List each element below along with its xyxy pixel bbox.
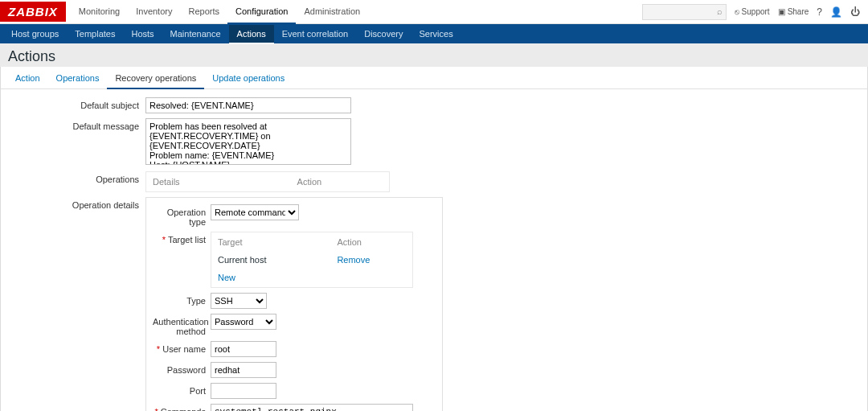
auth-method-select[interactable]: Password	[211, 314, 276, 330]
ops-col-action: Action	[293, 174, 387, 190]
tabs: Action Operations Recovery operations Up…	[1, 67, 867, 89]
type-select[interactable]: SSH	[211, 293, 267, 309]
port-label: Port	[153, 383, 211, 396]
operation-type-label: Operation type	[153, 204, 211, 227]
tab-update-operations[interactable]: Update operations	[204, 67, 293, 88]
support-link[interactable]: ⎋Support	[735, 7, 770, 16]
target-col-target: Target	[213, 234, 330, 250]
operations-label: Operations	[9, 171, 145, 184]
target-list-label: Target list	[153, 232, 211, 245]
brand-logo[interactable]: ZABBIX	[0, 2, 66, 22]
target-col-action: Action	[332, 234, 411, 250]
password-input[interactable]	[211, 362, 276, 378]
default-message-label: Default message	[9, 118, 145, 131]
support-icon: ⎋	[735, 7, 739, 16]
tab-recovery-operations[interactable]: Recovery operations	[107, 67, 204, 89]
tab-operations[interactable]: Operations	[48, 67, 108, 88]
default-message-textarea[interactable]	[145, 118, 351, 165]
topnav-inventory[interactable]: Inventory	[128, 0, 180, 24]
sub-nav: Host groups Templates Hosts Maintenance …	[0, 24, 868, 43]
topnav-reports[interactable]: Reports	[180, 0, 227, 24]
subnav-discovery[interactable]: Discovery	[356, 25, 411, 43]
help-icon[interactable]: ?	[817, 6, 822, 18]
topnav-monitoring[interactable]: Monitoring	[71, 0, 128, 24]
search-icon: ⌕	[717, 6, 723, 16]
search-input[interactable]: ⌕	[642, 4, 727, 20]
subnav-templates[interactable]: Templates	[67, 25, 123, 43]
username-label: User name	[153, 341, 211, 354]
type-label: Type	[153, 293, 211, 306]
operation-details-label: Operation details	[9, 197, 145, 210]
ops-col-details: Details	[148, 174, 291, 190]
share-icon: ▣	[778, 7, 785, 16]
operation-type-select[interactable]: Remote command	[211, 204, 299, 220]
form-area: Default subject Default message Operatio…	[1, 89, 867, 411]
port-input[interactable]	[211, 383, 276, 399]
tab-action[interactable]: Action	[7, 67, 48, 88]
operation-details-box: Operation type Remote command Target lis…	[145, 197, 443, 411]
commands-textarea[interactable]	[211, 404, 413, 411]
topnav-configuration[interactable]: Configuration	[227, 0, 296, 25]
operations-table: Details Action	[145, 171, 390, 192]
topnav-administration[interactable]: Administration	[296, 0, 368, 24]
target-current-host: Current host	[213, 252, 330, 268]
subnav-hostgroups[interactable]: Host groups	[3, 25, 67, 43]
target-remove-link[interactable]: Remove	[337, 255, 370, 265]
username-input[interactable]	[211, 341, 276, 357]
subnav-services[interactable]: Services	[411, 25, 461, 43]
commands-label: Commands	[153, 404, 211, 411]
top-nav: Monitoring Inventory Reports Configurati…	[71, 0, 368, 24]
top-bar: ZABBIX Monitoring Inventory Reports Conf…	[0, 0, 868, 24]
password-label: Password	[153, 362, 211, 375]
share-link[interactable]: ▣Share	[778, 7, 809, 16]
target-new-link[interactable]: New	[218, 273, 235, 282]
user-icon[interactable]: 👤	[830, 6, 842, 18]
subnav-hosts[interactable]: Hosts	[123, 25, 162, 43]
page-title: Actions	[8, 48, 860, 65]
default-subject-label: Default subject	[9, 97, 145, 110]
power-icon[interactable]: ⏻	[850, 6, 860, 18]
subnav-eventcorrelation[interactable]: Event correlation	[274, 25, 357, 43]
tabs-wrapper: Action Operations Recovery operations Up…	[0, 67, 868, 411]
top-right: ⌕ ⎋Support ▣Share ? 👤 ⏻	[642, 4, 868, 20]
content-header: Actions	[0, 43, 868, 67]
default-subject-input[interactable]	[145, 97, 351, 113]
target-list-table: Target Action Current host Remove New	[211, 232, 413, 288]
subnav-maintenance[interactable]: Maintenance	[162, 25, 229, 43]
auth-method-label: Authentication method	[153, 314, 211, 336]
subnav-actions[interactable]: Actions	[229, 25, 274, 44]
